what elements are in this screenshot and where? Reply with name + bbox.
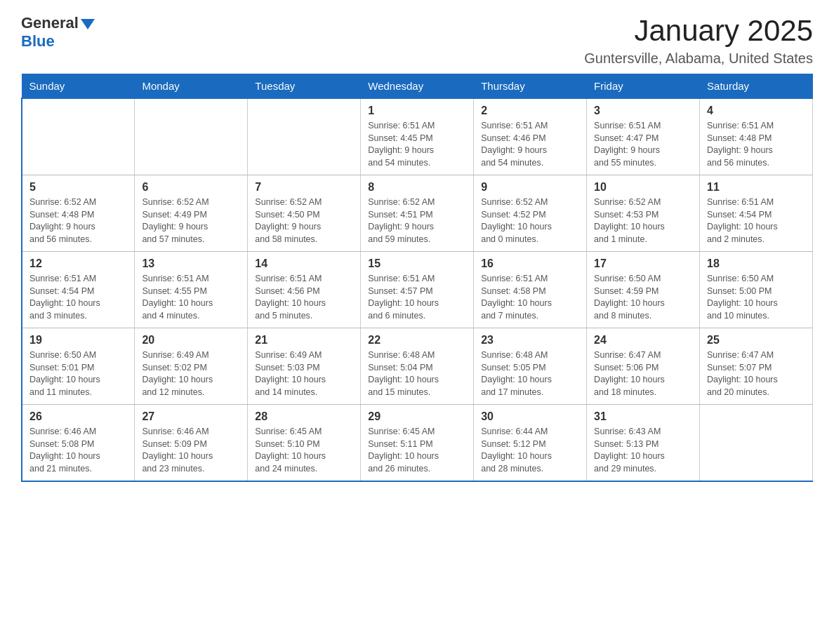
day-number: 7 bbox=[255, 181, 353, 194]
day-info: Sunrise: 6:43 AM Sunset: 5:13 PM Dayligh… bbox=[594, 426, 692, 475]
day-number: 6 bbox=[142, 181, 240, 194]
day-header-tuesday: Tuesday bbox=[248, 74, 361, 99]
calendar-cell: 25Sunrise: 6:47 AM Sunset: 5:07 PM Dayli… bbox=[700, 328, 813, 405]
day-number: 27 bbox=[142, 410, 240, 423]
calendar-week-row: 5Sunrise: 6:52 AM Sunset: 4:48 PM Daylig… bbox=[22, 175, 813, 252]
day-header-sunday: Sunday bbox=[22, 74, 135, 99]
day-number: 16 bbox=[481, 257, 579, 270]
day-number: 15 bbox=[368, 257, 466, 270]
day-number: 30 bbox=[481, 410, 579, 423]
calendar-cell: 11Sunrise: 6:51 AM Sunset: 4:54 PM Dayli… bbox=[700, 175, 813, 252]
calendar-header-row: SundayMondayTuesdayWednesdayThursdayFrid… bbox=[22, 74, 813, 99]
calendar-week-row: 12Sunrise: 6:51 AM Sunset: 4:54 PM Dayli… bbox=[22, 252, 813, 328]
day-info: Sunrise: 6:45 AM Sunset: 5:11 PM Dayligh… bbox=[368, 426, 466, 475]
day-number: 17 bbox=[594, 257, 692, 270]
day-number: 22 bbox=[368, 334, 466, 347]
calendar-cell: 19Sunrise: 6:50 AM Sunset: 5:01 PM Dayli… bbox=[22, 328, 135, 405]
calendar-cell: 18Sunrise: 6:50 AM Sunset: 5:00 PM Dayli… bbox=[700, 252, 813, 328]
calendar-cell bbox=[135, 98, 248, 175]
day-number: 9 bbox=[481, 181, 579, 194]
day-info: Sunrise: 6:52 AM Sunset: 4:48 PM Dayligh… bbox=[29, 196, 127, 246]
day-info: Sunrise: 6:46 AM Sunset: 5:09 PM Dayligh… bbox=[142, 426, 240, 475]
calendar-cell: 23Sunrise: 6:48 AM Sunset: 5:05 PM Dayli… bbox=[474, 328, 587, 405]
day-number: 24 bbox=[594, 334, 692, 347]
calendar-cell: 6Sunrise: 6:52 AM Sunset: 4:49 PM Daylig… bbox=[135, 175, 248, 252]
calendar-cell: 17Sunrise: 6:50 AM Sunset: 4:59 PM Dayli… bbox=[587, 252, 700, 328]
logo-blue-text: Blue bbox=[21, 32, 55, 51]
calendar-cell bbox=[700, 405, 813, 482]
calendar-week-row: 1Sunrise: 6:51 AM Sunset: 4:45 PM Daylig… bbox=[22, 98, 813, 175]
calendar-cell: 28Sunrise: 6:45 AM Sunset: 5:10 PM Dayli… bbox=[248, 405, 361, 482]
day-info: Sunrise: 6:45 AM Sunset: 5:10 PM Dayligh… bbox=[255, 426, 353, 475]
day-number: 23 bbox=[481, 334, 579, 347]
calendar-cell: 22Sunrise: 6:48 AM Sunset: 5:04 PM Dayli… bbox=[361, 328, 474, 405]
day-info: Sunrise: 6:44 AM Sunset: 5:12 PM Dayligh… bbox=[481, 426, 579, 475]
day-number: 4 bbox=[707, 105, 805, 117]
day-header-wednesday: Wednesday bbox=[361, 74, 474, 99]
calendar-cell: 29Sunrise: 6:45 AM Sunset: 5:11 PM Dayli… bbox=[361, 405, 474, 482]
title-section: January 2025 Guntersville, Alabama, Unit… bbox=[584, 14, 813, 67]
calendar-cell bbox=[248, 98, 361, 175]
day-info: Sunrise: 6:52 AM Sunset: 4:53 PM Dayligh… bbox=[594, 196, 692, 246]
calendar-cell: 1Sunrise: 6:51 AM Sunset: 4:45 PM Daylig… bbox=[361, 98, 474, 175]
day-header-saturday: Saturday bbox=[700, 74, 813, 99]
day-number: 28 bbox=[255, 410, 353, 423]
calendar-cell: 5Sunrise: 6:52 AM Sunset: 4:48 PM Daylig… bbox=[22, 175, 135, 252]
calendar-cell: 4Sunrise: 6:51 AM Sunset: 4:48 PM Daylig… bbox=[700, 98, 813, 175]
calendar-cell bbox=[22, 98, 135, 175]
day-number: 31 bbox=[594, 410, 692, 423]
day-info: Sunrise: 6:50 AM Sunset: 4:59 PM Dayligh… bbox=[594, 273, 692, 322]
calendar-cell: 12Sunrise: 6:51 AM Sunset: 4:54 PM Dayli… bbox=[22, 252, 135, 328]
calendar-cell: 21Sunrise: 6:49 AM Sunset: 5:03 PM Dayli… bbox=[248, 328, 361, 405]
day-number: 11 bbox=[707, 181, 805, 194]
day-number: 19 bbox=[29, 334, 127, 347]
day-number: 13 bbox=[142, 257, 240, 270]
day-header-thursday: Thursday bbox=[474, 74, 587, 99]
calendar-subtitle: Guntersville, Alabama, United States bbox=[584, 51, 813, 67]
day-info: Sunrise: 6:47 AM Sunset: 5:06 PM Dayligh… bbox=[594, 349, 692, 398]
logo-arrow-icon bbox=[81, 19, 95, 29]
day-info: Sunrise: 6:48 AM Sunset: 5:04 PM Dayligh… bbox=[368, 349, 466, 398]
day-number: 26 bbox=[29, 410, 127, 423]
calendar-cell: 13Sunrise: 6:51 AM Sunset: 4:55 PM Dayli… bbox=[135, 252, 248, 328]
day-number: 14 bbox=[255, 257, 353, 270]
day-info: Sunrise: 6:52 AM Sunset: 4:52 PM Dayligh… bbox=[481, 196, 579, 246]
calendar-cell: 10Sunrise: 6:52 AM Sunset: 4:53 PM Dayli… bbox=[587, 175, 700, 252]
calendar-cell: 14Sunrise: 6:51 AM Sunset: 4:56 PM Dayli… bbox=[248, 252, 361, 328]
day-number: 25 bbox=[707, 334, 805, 347]
logo: General Blue bbox=[21, 14, 95, 51]
calendar-cell: 2Sunrise: 6:51 AM Sunset: 4:46 PM Daylig… bbox=[474, 98, 587, 175]
calendar-cell: 3Sunrise: 6:51 AM Sunset: 4:47 PM Daylig… bbox=[587, 98, 700, 175]
day-info: Sunrise: 6:50 AM Sunset: 5:01 PM Dayligh… bbox=[29, 349, 127, 398]
day-number: 1 bbox=[368, 105, 466, 117]
calendar-cell: 8Sunrise: 6:52 AM Sunset: 4:51 PM Daylig… bbox=[361, 175, 474, 252]
day-number: 18 bbox=[707, 257, 805, 270]
calendar-cell: 16Sunrise: 6:51 AM Sunset: 4:58 PM Dayli… bbox=[474, 252, 587, 328]
calendar-week-row: 19Sunrise: 6:50 AM Sunset: 5:01 PM Dayli… bbox=[22, 328, 813, 405]
calendar-week-row: 26Sunrise: 6:46 AM Sunset: 5:08 PM Dayli… bbox=[22, 405, 813, 482]
day-info: Sunrise: 6:52 AM Sunset: 4:49 PM Dayligh… bbox=[142, 196, 240, 246]
day-info: Sunrise: 6:47 AM Sunset: 5:07 PM Dayligh… bbox=[707, 349, 805, 398]
calendar-cell: 24Sunrise: 6:47 AM Sunset: 5:06 PM Dayli… bbox=[587, 328, 700, 405]
calendar-cell: 20Sunrise: 6:49 AM Sunset: 5:02 PM Dayli… bbox=[135, 328, 248, 405]
calendar-cell: 7Sunrise: 6:52 AM Sunset: 4:50 PM Daylig… bbox=[248, 175, 361, 252]
day-info: Sunrise: 6:51 AM Sunset: 4:57 PM Dayligh… bbox=[368, 273, 466, 322]
day-info: Sunrise: 6:49 AM Sunset: 5:02 PM Dayligh… bbox=[142, 349, 240, 398]
logo-general-text: General bbox=[21, 14, 79, 32]
page-header: General Blue January 2025 Guntersville, … bbox=[21, 14, 813, 67]
day-number: 2 bbox=[481, 105, 579, 117]
day-info: Sunrise: 6:52 AM Sunset: 4:51 PM Dayligh… bbox=[368, 196, 466, 246]
day-info: Sunrise: 6:51 AM Sunset: 4:58 PM Dayligh… bbox=[481, 273, 579, 322]
day-info: Sunrise: 6:51 AM Sunset: 4:54 PM Dayligh… bbox=[707, 196, 805, 246]
day-number: 5 bbox=[29, 181, 127, 194]
calendar-cell: 31Sunrise: 6:43 AM Sunset: 5:13 PM Dayli… bbox=[587, 405, 700, 482]
day-info: Sunrise: 6:51 AM Sunset: 4:55 PM Dayligh… bbox=[142, 273, 240, 322]
day-info: Sunrise: 6:51 AM Sunset: 4:48 PM Dayligh… bbox=[707, 120, 805, 169]
day-info: Sunrise: 6:50 AM Sunset: 5:00 PM Dayligh… bbox=[707, 273, 805, 322]
calendar-cell: 27Sunrise: 6:46 AM Sunset: 5:09 PM Dayli… bbox=[135, 405, 248, 482]
day-info: Sunrise: 6:51 AM Sunset: 4:46 PM Dayligh… bbox=[481, 120, 579, 169]
day-number: 12 bbox=[29, 257, 127, 270]
calendar-cell: 30Sunrise: 6:44 AM Sunset: 5:12 PM Dayli… bbox=[474, 405, 587, 482]
day-number: 29 bbox=[368, 410, 466, 423]
day-info: Sunrise: 6:46 AM Sunset: 5:08 PM Dayligh… bbox=[29, 426, 127, 475]
